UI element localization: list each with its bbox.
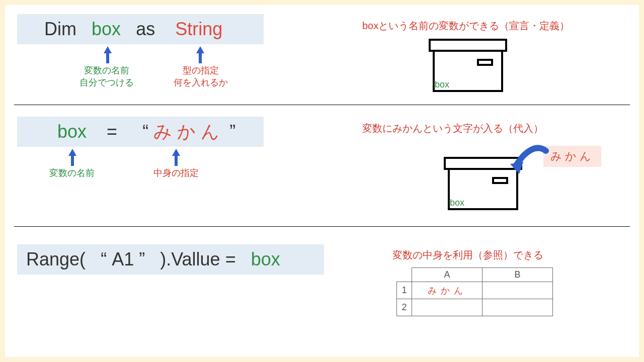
quote-open-1: “ xyxy=(142,121,148,142)
arrow-up-icon xyxy=(104,46,112,63)
row-2: 2 xyxy=(397,299,412,316)
range-call-mid: ).Vallue = xyxy=(160,249,235,269)
keyword-dim: Dim xyxy=(44,19,76,39)
explain-reference: 変数の中身を利用（参照）できる xyxy=(392,248,543,262)
literal-mikan: みかん xyxy=(153,122,224,142)
svg-marker-0 xyxy=(104,46,112,63)
arrow-up-icon xyxy=(172,149,180,166)
svg-marker-10 xyxy=(510,162,523,174)
col-a: A xyxy=(412,268,482,282)
annot-varname-2: 変数の名前 xyxy=(49,167,95,179)
annot-type-line2: 何を入れるか xyxy=(174,76,228,88)
keyword-as: as xyxy=(136,19,155,39)
equals-sign: = xyxy=(107,121,117,142)
annot-varname-line2: 自分でつける xyxy=(79,76,134,88)
col-b: B xyxy=(482,268,553,282)
sheet-corner xyxy=(397,268,412,282)
divider-1 xyxy=(14,105,630,105)
range-call-pre: Range( xyxy=(26,249,86,269)
explain-assignment: 変数にみかんという文字が入る（代入） xyxy=(362,122,543,135)
arrow-curve-icon xyxy=(508,141,553,178)
var-name-1: box xyxy=(92,19,121,39)
svg-marker-6 xyxy=(172,149,180,166)
annot-varname-line1: 変数の名前 xyxy=(79,64,134,76)
var-name-2: box xyxy=(57,121,87,142)
cell-b1 xyxy=(482,282,553,299)
annot-type-line1: 型の指定 xyxy=(174,64,228,76)
svg-rect-3 xyxy=(430,40,506,51)
spreadsheet: A B 1 みかん 2 xyxy=(396,267,553,316)
box-label-2: box xyxy=(450,198,464,208)
svg-rect-9 xyxy=(493,178,507,183)
row-1: 1 xyxy=(397,282,412,299)
diagram-canvas: Dim box as String 変数の名前 自分でつける 型の指定 何を入れ… xyxy=(5,5,639,357)
svg-rect-4 xyxy=(478,60,492,65)
annot-content: 中身の指定 xyxy=(153,167,199,179)
box-illustration-1: box xyxy=(428,38,508,93)
arrow-up-icon xyxy=(196,46,204,63)
cell-a2 xyxy=(412,299,482,316)
quote-close-2: ” xyxy=(139,249,145,269)
cell-b2 xyxy=(482,299,553,316)
annot-varname: 変数の名前 自分でつける xyxy=(79,64,134,89)
var-name-3: box xyxy=(251,249,280,269)
svg-marker-1 xyxy=(196,46,204,63)
divider-2 xyxy=(14,226,630,227)
arrow-up-icon xyxy=(68,149,76,166)
quote-close-1: ” xyxy=(229,121,235,142)
type-name: String xyxy=(175,19,222,39)
code-line-reference: Range( “ A1 ” ).Vallue = box xyxy=(17,244,324,275)
explain-declaration: boxという名前の変数ができる（宣言・定義） xyxy=(362,19,570,33)
annot-type: 型の指定 何を入れるか xyxy=(174,64,228,89)
cell-addr: A1 xyxy=(112,249,134,269)
box-label-1: box xyxy=(435,79,449,90)
quote-open-2: “ xyxy=(101,249,107,269)
cell-a1: みかん xyxy=(412,282,482,299)
code-line-declaration: Dim box as String xyxy=(17,14,264,44)
svg-marker-5 xyxy=(68,149,76,166)
code-line-assignment: box = “ みかん ” xyxy=(17,117,264,147)
